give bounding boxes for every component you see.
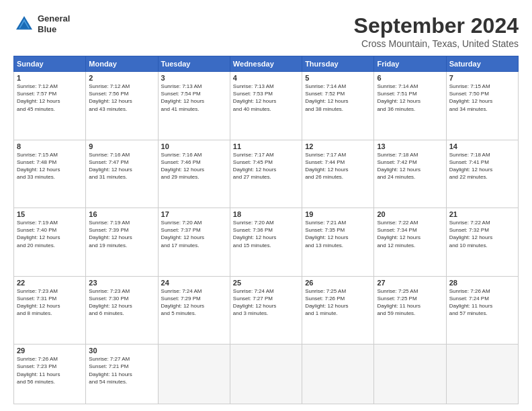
day-info: Sunrise: 7:16 AM Sunset: 7:47 PM Dayligh… <box>89 151 154 181</box>
day-info: Sunrise: 7:20 AM Sunset: 7:36 PM Dayligh… <box>233 219 299 249</box>
day-number: 25 <box>233 279 299 287</box>
day-number: 7 <box>449 74 515 82</box>
day-cell-4: 4Sunrise: 7:13 AM Sunset: 7:53 PM Daylig… <box>230 72 302 140</box>
day-info: Sunrise: 7:14 AM Sunset: 7:51 PM Dayligh… <box>377 83 443 113</box>
weekday-header-thursday: Thursday <box>302 56 374 72</box>
day-cell-19: 19Sunrise: 7:21 AM Sunset: 7:35 PM Dayli… <box>302 208 374 277</box>
weekday-header-tuesday: Tuesday <box>158 56 230 72</box>
empty-cell <box>158 345 230 404</box>
day-number: 21 <box>449 210 515 218</box>
day-number: 5 <box>305 74 371 82</box>
day-info: Sunrise: 7:23 AM Sunset: 7:30 PM Dayligh… <box>89 287 154 318</box>
day-cell-22: 22Sunrise: 7:23 AM Sunset: 7:31 PM Dayli… <box>14 276 86 345</box>
day-info: Sunrise: 7:17 AM Sunset: 7:44 PM Dayligh… <box>305 151 371 181</box>
day-number: 6 <box>377 74 443 82</box>
day-number: 1 <box>17 74 83 82</box>
day-cell-14: 14Sunrise: 7:18 AM Sunset: 7:41 PM Dayli… <box>446 140 518 208</box>
day-info: Sunrise: 7:19 AM Sunset: 7:40 PM Dayligh… <box>17 219 83 249</box>
day-info: Sunrise: 7:19 AM Sunset: 7:39 PM Dayligh… <box>89 219 154 249</box>
day-info: Sunrise: 7:22 AM Sunset: 7:32 PM Dayligh… <box>449 219 515 249</box>
day-number: 4 <box>233 74 299 82</box>
day-cell-8: 8Sunrise: 7:15 AM Sunset: 7:48 PM Daylig… <box>14 140 86 208</box>
day-info: Sunrise: 7:26 AM Sunset: 7:23 PM Dayligh… <box>17 355 83 385</box>
day-cell-10: 10Sunrise: 7:16 AM Sunset: 7:46 PM Dayli… <box>158 140 230 208</box>
day-number: 9 <box>89 142 154 150</box>
day-cell-17: 17Sunrise: 7:20 AM Sunset: 7:37 PM Dayli… <box>158 208 230 277</box>
day-number: 10 <box>161 142 227 150</box>
day-info: Sunrise: 7:25 AM Sunset: 7:25 PM Dayligh… <box>377 287 443 318</box>
day-number: 19 <box>305 210 371 218</box>
day-number: 28 <box>449 279 515 287</box>
day-number: 15 <box>17 210 83 218</box>
day-number: 3 <box>161 74 227 82</box>
logo: General Blue <box>13 13 70 35</box>
day-cell-15: 15Sunrise: 7:19 AM Sunset: 7:40 PM Dayli… <box>14 208 86 277</box>
day-cell-3: 3Sunrise: 7:13 AM Sunset: 7:54 PM Daylig… <box>158 72 230 140</box>
logo-icon <box>13 13 35 35</box>
day-number: 22 <box>17 279 83 287</box>
month-title: September 2024 <box>354 13 519 38</box>
day-number: 27 <box>377 279 443 287</box>
day-cell-20: 20Sunrise: 7:22 AM Sunset: 7:34 PM Dayli… <box>374 208 446 277</box>
day-info: Sunrise: 7:24 AM Sunset: 7:29 PM Dayligh… <box>161 287 227 318</box>
day-info: Sunrise: 7:20 AM Sunset: 7:37 PM Dayligh… <box>161 219 227 249</box>
day-number: 23 <box>89 279 154 287</box>
weekday-header-friday: Friday <box>374 56 446 72</box>
weekday-header-monday: Monday <box>86 56 158 72</box>
location: Cross Mountain, Texas, United States <box>354 38 519 49</box>
day-info: Sunrise: 7:12 AM Sunset: 7:57 PM Dayligh… <box>17 83 83 113</box>
day-number: 18 <box>233 210 299 218</box>
day-cell-27: 27Sunrise: 7:25 AM Sunset: 7:25 PM Dayli… <box>374 276 446 345</box>
day-cell-21: 21Sunrise: 7:22 AM Sunset: 7:32 PM Dayli… <box>446 208 518 277</box>
header: General Blue September 2024 Cross Mounta… <box>13 13 519 49</box>
day-cell-11: 11Sunrise: 7:17 AM Sunset: 7:45 PM Dayli… <box>230 140 302 208</box>
day-info: Sunrise: 7:13 AM Sunset: 7:54 PM Dayligh… <box>161 83 227 113</box>
day-cell-5: 5Sunrise: 7:14 AM Sunset: 7:52 PM Daylig… <box>302 72 374 140</box>
day-number: 2 <box>89 74 154 82</box>
day-cell-29: 29Sunrise: 7:26 AM Sunset: 7:23 PM Dayli… <box>14 345 86 404</box>
day-number: 11 <box>233 142 299 150</box>
calendar-week-2: 8Sunrise: 7:15 AM Sunset: 7:48 PM Daylig… <box>14 140 519 208</box>
day-number: 14 <box>449 142 515 150</box>
empty-cell <box>374 345 446 404</box>
day-info: Sunrise: 7:16 AM Sunset: 7:46 PM Dayligh… <box>161 151 227 181</box>
day-info: Sunrise: 7:12 AM Sunset: 7:56 PM Dayligh… <box>89 83 154 113</box>
day-cell-24: 24Sunrise: 7:24 AM Sunset: 7:29 PM Dayli… <box>158 276 230 345</box>
day-info: Sunrise: 7:21 AM Sunset: 7:35 PM Dayligh… <box>305 219 371 249</box>
day-cell-28: 28Sunrise: 7:26 AM Sunset: 7:24 PM Dayli… <box>446 276 518 345</box>
calendar-table: SundayMondayTuesdayWednesdayThursdayFrid… <box>13 56 519 404</box>
calendar-week-4: 22Sunrise: 7:23 AM Sunset: 7:31 PM Dayli… <box>14 276 519 345</box>
day-info: Sunrise: 7:17 AM Sunset: 7:45 PM Dayligh… <box>233 151 299 181</box>
day-number: 20 <box>377 210 443 218</box>
day-info: Sunrise: 7:22 AM Sunset: 7:34 PM Dayligh… <box>377 219 443 249</box>
day-cell-7: 7Sunrise: 7:15 AM Sunset: 7:50 PM Daylig… <box>446 72 518 140</box>
day-info: Sunrise: 7:15 AM Sunset: 7:48 PM Dayligh… <box>17 151 83 181</box>
calendar-body: 1Sunrise: 7:12 AM Sunset: 7:57 PM Daylig… <box>14 72 519 404</box>
day-info: Sunrise: 7:23 AM Sunset: 7:31 PM Dayligh… <box>17 287 83 318</box>
day-number: 8 <box>17 142 83 150</box>
day-number: 29 <box>17 347 83 355</box>
day-cell-23: 23Sunrise: 7:23 AM Sunset: 7:30 PM Dayli… <box>86 276 158 345</box>
logo-text: General Blue <box>38 13 70 34</box>
title-block: September 2024 Cross Mountain, Texas, Un… <box>354 13 519 49</box>
day-info: Sunrise: 7:18 AM Sunset: 7:42 PM Dayligh… <box>377 151 443 181</box>
day-cell-13: 13Sunrise: 7:18 AM Sunset: 7:42 PM Dayli… <box>374 140 446 208</box>
calendar-week-5: 29Sunrise: 7:26 AM Sunset: 7:23 PM Dayli… <box>14 345 519 404</box>
weekday-header-wednesday: Wednesday <box>230 56 302 72</box>
day-number: 26 <box>305 279 371 287</box>
day-number: 30 <box>89 347 154 355</box>
day-number: 24 <box>161 279 227 287</box>
day-cell-18: 18Sunrise: 7:20 AM Sunset: 7:36 PM Dayli… <box>230 208 302 277</box>
day-info: Sunrise: 7:27 AM Sunset: 7:21 PM Dayligh… <box>89 355 154 385</box>
day-cell-6: 6Sunrise: 7:14 AM Sunset: 7:51 PM Daylig… <box>374 72 446 140</box>
empty-cell <box>302 345 374 404</box>
day-cell-1: 1Sunrise: 7:12 AM Sunset: 7:57 PM Daylig… <box>14 72 86 140</box>
day-cell-2: 2Sunrise: 7:12 AM Sunset: 7:56 PM Daylig… <box>86 72 158 140</box>
logo-line1: General <box>38 13 70 24</box>
day-cell-30: 30Sunrise: 7:27 AM Sunset: 7:21 PM Dayli… <box>86 345 158 404</box>
day-cell-26: 26Sunrise: 7:25 AM Sunset: 7:26 PM Dayli… <box>302 276 374 345</box>
day-number: 17 <box>161 210 227 218</box>
weekday-header-saturday: Saturday <box>446 56 518 72</box>
day-cell-9: 9Sunrise: 7:16 AM Sunset: 7:47 PM Daylig… <box>86 140 158 208</box>
logo-line2: Blue <box>38 24 70 35</box>
